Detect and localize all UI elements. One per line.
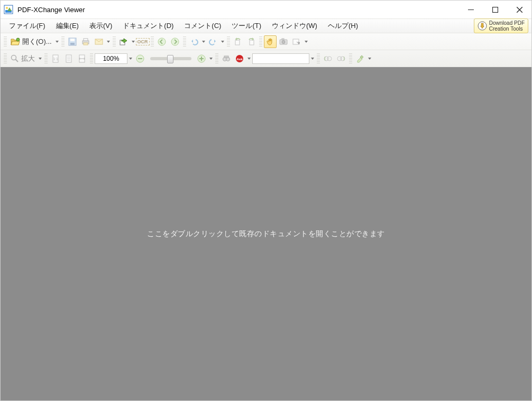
ask-icon: Ask — [235, 54, 244, 63]
svg-point-9 — [16, 38, 20, 41]
highlight-dropdown[interactable] — [367, 58, 372, 60]
svg-line-27 — [16, 59, 19, 62]
fit-page-button[interactable] — [62, 52, 75, 65]
prev-view-button[interactable] — [322, 52, 334, 65]
select-tool-button[interactable] — [290, 35, 303, 48]
actual-size-button[interactable]: 1:1 — [49, 52, 62, 65]
menu-file[interactable]: ファイル(F) — [4, 20, 51, 32]
svg-point-2 — [6, 7, 8, 9]
ocr-button[interactable]: OCR — [136, 35, 149, 48]
select-icon — [292, 38, 301, 46]
rotate-cw-button[interactable] — [245, 35, 258, 48]
grip-handle[interactable] — [113, 36, 116, 47]
search-dropdown[interactable] — [310, 58, 315, 60]
binoculars-icon — [222, 54, 231, 63]
menu-view[interactable]: 表示(V) — [84, 20, 117, 32]
download-pdf-tools-button[interactable]: Download PDF Creation Tools — [474, 18, 528, 33]
grip-handle[interactable] — [44, 53, 48, 64]
svg-rect-33 — [138, 58, 142, 59]
rotate-ccw-button[interactable] — [232, 35, 244, 48]
printer-icon — [81, 38, 90, 46]
menu-window[interactable]: ウィンドウ(W) — [267, 20, 323, 32]
undo-button[interactable] — [188, 35, 200, 48]
grip-handle[interactable] — [4, 36, 7, 47]
svg-rect-21 — [250, 40, 254, 45]
svg-rect-11 — [70, 39, 75, 41]
svg-rect-5 — [492, 7, 498, 12]
grip-handle[interactable] — [349, 53, 352, 64]
menu-edit[interactable]: 編集(E) — [51, 20, 84, 32]
svg-rect-36 — [201, 57, 202, 61]
app-icon — [4, 5, 13, 14]
snapshot-tool-button[interactable] — [277, 35, 290, 48]
zoom-value-dropdown[interactable] — [128, 58, 133, 60]
open-label: 開く(O)... — [22, 37, 52, 46]
folder-open-icon — [11, 38, 20, 46]
next-view-button[interactable] — [335, 52, 347, 65]
grip-handle[interactable] — [227, 36, 230, 47]
export-button[interactable] — [117, 35, 130, 48]
nav-next-button[interactable] — [169, 35, 181, 48]
email-button[interactable] — [93, 35, 105, 48]
grip-handle[interactable] — [215, 53, 218, 64]
svg-point-19 — [171, 38, 179, 45]
close-button[interactable] — [507, 1, 531, 18]
menu-tools[interactable]: ツール(T) — [226, 20, 267, 32]
grip-handle[interactable] — [151, 36, 154, 47]
document-area[interactable]: ここをダブルクリックして既存のドキュメントを開くことができます — [1, 67, 531, 400]
zoom-out-button[interactable] — [134, 52, 146, 65]
toolbar-row-2: 拡大 1:1 Ask — [1, 50, 531, 67]
zoom-value-input[interactable] — [95, 53, 127, 64]
save-button[interactable] — [66, 35, 79, 48]
arrow-left-icon — [158, 38, 166, 46]
zoom-tool-button[interactable]: 拡大 — [8, 54, 37, 63]
zoom-slider[interactable] — [150, 57, 191, 60]
export-dropdown[interactable] — [131, 41, 136, 43]
redo-button[interactable] — [207, 35, 219, 48]
redo-icon — [209, 38, 217, 46]
svg-rect-25 — [293, 39, 299, 44]
print-button[interactable] — [79, 35, 92, 48]
grip-handle[interactable] — [317, 53, 320, 64]
hand-tool-button[interactable] — [264, 35, 277, 48]
undo-dropdown[interactable] — [201, 41, 206, 43]
select-dropdown[interactable] — [304, 41, 309, 43]
fit-page-icon — [65, 54, 73, 63]
minus-icon — [136, 54, 144, 63]
menu-document[interactable]: ドキュメント(D) — [117, 20, 179, 32]
grip-handle[interactable] — [4, 53, 7, 64]
menu-help[interactable]: ヘルプ(H) — [323, 20, 363, 32]
grip-handle[interactable] — [259, 36, 262, 47]
fit-width-button[interactable] — [76, 52, 88, 65]
promo-line1: Download PDF — [489, 20, 525, 26]
svg-rect-12 — [70, 43, 75, 45]
svg-point-23 — [282, 40, 285, 43]
menu-comment[interactable]: コメント(C) — [179, 20, 226, 32]
zoom-tool-dropdown[interactable] — [38, 58, 43, 60]
grip-handle[interactable] — [183, 36, 186, 47]
svg-rect-14 — [84, 39, 88, 41]
ask-dropdown[interactable] — [246, 58, 252, 60]
zoom-tool-label: 拡大 — [21, 54, 35, 63]
grip-handle[interactable] — [61, 36, 65, 47]
find-button[interactable] — [220, 52, 233, 65]
grip-handle[interactable] — [90, 53, 93, 64]
search-input[interactable] — [252, 53, 309, 64]
zoom-more-dropdown[interactable] — [208, 58, 214, 60]
nav-prev-button[interactable] — [155, 35, 168, 48]
zoom-in-button[interactable] — [195, 52, 208, 65]
title-bar: PDF-XChange Viewer — [1, 1, 531, 18]
open-dropdown[interactable] — [54, 41, 60, 43]
highlight-button[interactable] — [354, 52, 366, 65]
open-button[interactable]: 開く(O)... — [8, 37, 54, 46]
svg-rect-4 — [468, 10, 474, 10]
rotate-ccw-icon — [234, 38, 242, 46]
menu-bar: ファイル(F) 編集(E) 表示(V) ドキュメント(D) コメント(C) ツー… — [1, 18, 531, 33]
camera-icon — [279, 38, 288, 46]
svg-rect-20 — [235, 40, 240, 45]
minimize-button[interactable] — [458, 1, 483, 18]
email-dropdown[interactable] — [106, 41, 111, 43]
redo-dropdown[interactable] — [220, 41, 225, 43]
maximize-button[interactable] — [483, 1, 507, 18]
ask-search-button[interactable]: Ask — [233, 52, 246, 65]
